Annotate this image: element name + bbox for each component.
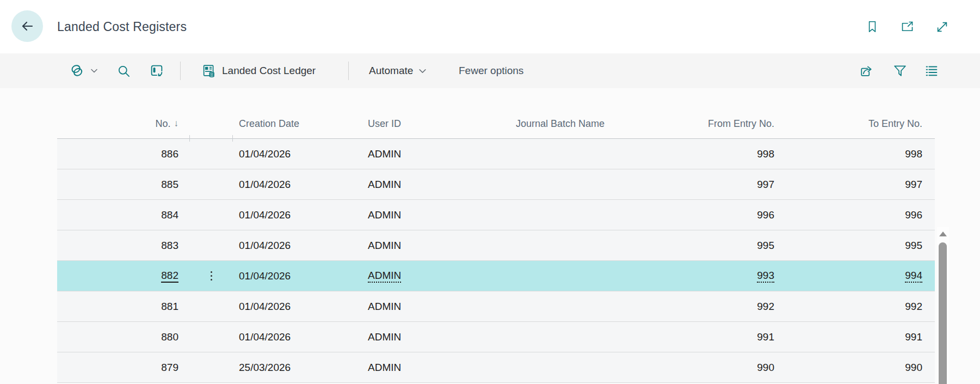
analysis-mode-button[interactable] [149,53,164,88]
cell-user-id[interactable]: ADMIN [361,169,509,199]
cell-no[interactable]: 880 [57,322,190,352]
scroll-up-arrow-icon[interactable] [939,231,947,236]
registers-table: No. ↓ Creation Date User ID Journal Batc… [57,109,935,383]
row-options-ellipsis[interactable] [190,291,233,321]
row-options-ellipsis[interactable] [190,322,233,352]
table-row[interactable]: 883 01/04/2026 ADMIN 995 995 [57,230,935,261]
row-options-ellipsis[interactable] [190,139,233,169]
search-button[interactable] [116,53,131,88]
cell-user-id[interactable]: ADMIN [361,322,509,352]
cell-journal-batch-name[interactable] [509,200,642,230]
share-button[interactable] [859,53,874,88]
cell-journal-batch-name[interactable] [509,291,642,321]
column-header-journal-batch-name[interactable]: Journal Batch Name [509,109,642,138]
copilot-menu-button[interactable] [69,53,98,88]
cell-creation-date[interactable]: 25/03/2026 [233,352,361,382]
cell-from-entry-no[interactable]: 990 [642,352,782,382]
analysis-mode-icon [149,63,164,78]
cell-to-entry-no[interactable]: 990 [782,352,935,382]
fewer-options-label: Fewer options [459,65,523,77]
cell-to-entry-no[interactable]: 995 [782,230,935,260]
cell-no[interactable]: 879 [57,352,190,382]
toolbar-divider [348,62,349,80]
cell-journal-batch-name[interactable] [509,322,642,352]
cell-user-id[interactable]: ADMIN [361,230,509,260]
cell-creation-date[interactable]: 01/04/2026 [233,169,361,199]
table-row[interactable]: 882 01/04/2026 ADMIN 993 994 [57,261,935,291]
automate-label: Automate [369,65,413,77]
cell-user-id[interactable]: ADMIN [361,139,509,169]
cell-user-id[interactable]: ADMIN [361,291,509,321]
cell-no[interactable]: 884 [57,200,190,230]
cell-to-entry-no[interactable]: 994 [782,261,935,291]
column-header-gutter [190,109,233,138]
fewer-options-button[interactable]: Fewer options [459,53,523,88]
cell-no[interactable]: 883 [57,230,190,260]
row-options-ellipsis[interactable] [190,261,233,291]
cell-from-entry-no[interactable]: 995 [642,230,782,260]
column-header-creation-date[interactable]: Creation Date [233,109,361,138]
cell-to-entry-no[interactable]: 996 [782,200,935,230]
row-options-ellipsis[interactable] [190,169,233,199]
cell-to-entry-no[interactable]: 997 [782,169,935,199]
cell-no[interactable]: 881 [57,291,190,321]
scrollbar-thumb[interactable] [939,242,947,384]
list-page-content: No. ↓ Creation Date User ID Journal Batc… [0,88,980,384]
cell-no[interactable]: 882 [57,261,190,291]
automate-menu-button[interactable]: Automate [369,53,427,88]
bookmark-icon[interactable] [865,19,880,34]
open-in-new-window-icon[interactable] [899,19,915,34]
ellipsis-vertical-icon[interactable] [211,271,212,281]
cell-from-entry-no[interactable]: 996 [642,200,782,230]
row-options-ellipsis[interactable] [190,200,233,230]
cell-journal-batch-name[interactable] [509,139,642,169]
row-options-ellipsis[interactable] [190,352,233,382]
table-row[interactable]: 885 01/04/2026 ADMIN 997 997 [57,169,935,200]
table-row[interactable]: 884 01/04/2026 ADMIN 996 996 [57,200,935,230]
cell-user-id[interactable]: ADMIN [361,200,509,230]
cell-to-entry-no[interactable]: 992 [782,291,935,321]
cell-from-entry-no[interactable]: 991 [642,322,782,352]
cell-to-entry-no[interactable]: 998 [782,139,935,169]
column-header-to-entry-no[interactable]: To Entry No. [782,109,935,138]
page-title: Landed Cost Registers [57,0,187,53]
table-row[interactable]: 881 01/04/2026 ADMIN 992 992 [57,291,935,322]
back-button[interactable] [11,10,43,42]
cell-from-entry-no[interactable]: 998 [642,139,782,169]
search-icon [116,64,131,78]
cell-creation-date[interactable]: 01/04/2026 [233,261,361,291]
column-header-user-id[interactable]: User ID [361,109,509,138]
list-view-button[interactable] [924,53,939,88]
cell-journal-batch-name[interactable] [509,230,642,260]
column-header-no[interactable]: No. ↓ [57,109,190,138]
cell-journal-batch-name[interactable] [509,261,642,291]
cell-no[interactable]: 885 [57,169,190,199]
vertical-scrollbar[interactable] [937,227,949,384]
cell-to-entry-no[interactable]: 991 [782,322,935,352]
cell-from-entry-no[interactable]: 992 [642,291,782,321]
expand-icon[interactable] [934,19,950,34]
row-options-ellipsis[interactable] [190,230,233,260]
cell-from-entry-no[interactable]: 993 [642,261,782,291]
cell-creation-date[interactable]: 01/04/2026 [233,322,361,352]
ledger-icon [201,63,217,78]
cell-user-id[interactable]: ADMIN [361,261,509,291]
table-row[interactable]: 886 01/04/2026 ADMIN 998 998 [57,139,935,169]
chevron-down-icon [418,66,427,76]
cell-journal-batch-name[interactable] [509,352,642,382]
cell-creation-date[interactable]: 01/04/2026 [233,200,361,230]
cell-creation-date[interactable]: 01/04/2026 [233,291,361,321]
landed-cost-ledger-button[interactable]: Landed Cost Ledger [201,53,316,88]
filter-icon [892,63,908,78]
cell-journal-batch-name[interactable] [509,169,642,199]
filter-button[interactable] [892,53,908,88]
table-row[interactable]: 880 01/04/2026 ADMIN 991 991 [57,322,935,352]
cell-from-entry-no[interactable]: 997 [642,169,782,199]
table-row[interactable]: 879 25/03/2026 ADMIN 990 990 [57,352,935,383]
cell-no[interactable]: 886 [57,139,190,169]
cell-creation-date[interactable]: 01/04/2026 [233,139,361,169]
cell-creation-date[interactable]: 01/04/2026 [233,230,361,260]
cell-user-id[interactable]: ADMIN [361,352,509,382]
landed-cost-ledger-label: Landed Cost Ledger [222,65,316,77]
column-header-from-entry-no[interactable]: From Entry No. [642,109,782,138]
